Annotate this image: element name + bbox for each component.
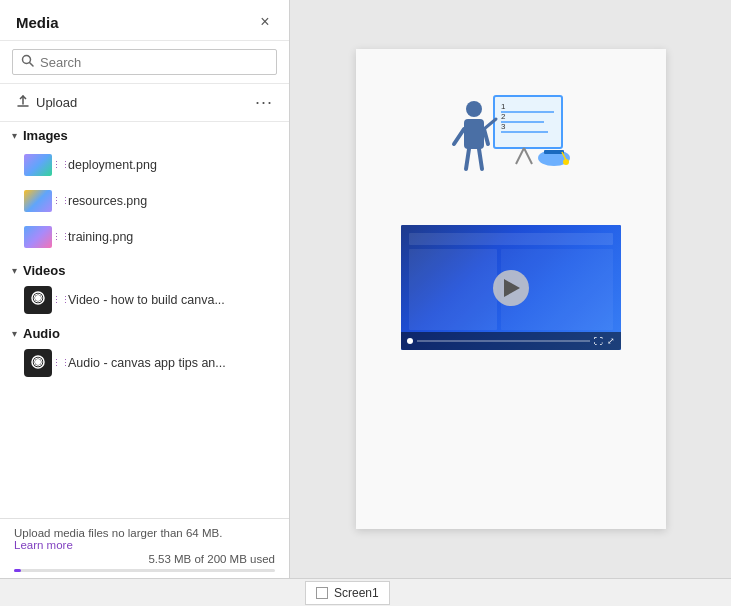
resources-thumbnail xyxy=(24,187,52,215)
screen1-tab[interactable]: Screen1 xyxy=(305,581,390,605)
audio-chevron-icon: ▾ xyxy=(12,328,17,339)
search-input[interactable] xyxy=(40,55,268,70)
upload-icon xyxy=(16,94,30,111)
training-thumbnail xyxy=(24,223,52,251)
deployment-thumbnail xyxy=(24,151,52,179)
upload-label: Upload xyxy=(36,95,77,110)
videos-section-header[interactable]: ▾ Videos xyxy=(0,257,289,282)
videos-section-title: Videos xyxy=(23,263,65,278)
drag-handle-icon: ⋮⋮ xyxy=(52,295,70,305)
sidebar: Media × xyxy=(0,0,290,578)
deployment-filename: deployment.png xyxy=(68,158,157,172)
svg-line-1 xyxy=(30,63,34,67)
storage-bar-fill xyxy=(14,569,21,572)
video-thumbnail xyxy=(24,286,52,314)
images-section-title: Images xyxy=(23,128,68,143)
svg-point-28 xyxy=(563,159,569,165)
drag-handle-icon: ⋮⋮ xyxy=(52,232,70,242)
svg-line-12 xyxy=(454,129,464,144)
svg-rect-11 xyxy=(464,119,484,149)
upload-info-text: Upload media files no larger than 64 MB. xyxy=(14,527,275,539)
list-item[interactable]: ⋮⋮ Video - how to build canva... xyxy=(0,282,289,318)
svg-line-13 xyxy=(484,129,488,144)
svg-line-15 xyxy=(479,149,482,169)
close-button[interactable]: × xyxy=(253,10,277,34)
canvas-area: 1 2 3 xyxy=(290,0,731,578)
svg-text:1: 1 xyxy=(501,102,506,111)
videos-section: ▾ Videos xyxy=(0,257,289,318)
drag-handle-icon: ⋮⋮ xyxy=(52,358,70,368)
expand-icon[interactable]: ⤢ xyxy=(607,336,615,346)
learn-more-container: Learn more xyxy=(14,539,275,551)
storage-info: 5.53 MB of 200 MB used xyxy=(14,553,275,565)
drag-handle-icon: ⋮⋮ xyxy=(52,196,70,206)
svg-line-14 xyxy=(466,149,469,169)
svg-text:2: 2 xyxy=(501,112,506,121)
svg-line-23 xyxy=(516,148,524,164)
images-section: ▾ Images ⋮⋮ deployment.png ⋮⋮ resources.… xyxy=(0,122,289,255)
audio-icon xyxy=(30,354,46,373)
canvas-illustration: 1 2 3 xyxy=(431,79,591,209)
audio-thumbnail xyxy=(24,349,52,377)
main-area: Media × xyxy=(0,0,731,578)
svg-point-5 xyxy=(35,295,41,301)
audio-section: ▾ Audio xyxy=(0,320,289,381)
upload-row: Upload ··· xyxy=(0,84,289,122)
audio-filename: Audio - canvas app tips an... xyxy=(68,356,226,370)
video-filename: Video - how to build canva... xyxy=(68,293,225,307)
progress-bar[interactable] xyxy=(417,340,590,342)
svg-point-8 xyxy=(35,359,41,365)
sidebar-title: Media xyxy=(16,14,59,31)
video-controls-bar: ⛶ ⤢ xyxy=(401,332,621,350)
more-options-button[interactable]: ··· xyxy=(251,90,277,115)
list-item[interactable]: ⋮⋮ training.png xyxy=(0,219,289,255)
list-item[interactable]: ⋮⋮ deployment.png xyxy=(0,147,289,183)
fullscreen-icon[interactable]: ⛶ xyxy=(594,336,603,346)
list-item[interactable]: ⋮⋮ Audio - canvas app tips an... xyxy=(0,345,289,381)
video-camera-icon xyxy=(30,290,46,310)
svg-line-24 xyxy=(524,148,532,164)
canvas-frame: 1 2 3 xyxy=(356,49,666,529)
drag-handle-icon: ⋮⋮ xyxy=(52,160,70,170)
videos-chevron-icon: ▾ xyxy=(12,265,17,276)
storage-bar xyxy=(14,569,275,572)
learn-more-link[interactable]: Learn more xyxy=(14,539,73,551)
images-section-header[interactable]: ▾ Images xyxy=(0,122,289,147)
playback-dot xyxy=(407,338,413,344)
play-triangle-icon xyxy=(504,279,520,297)
audio-section-header[interactable]: ▾ Audio xyxy=(0,320,289,345)
search-bar-container xyxy=(0,41,289,84)
search-icon xyxy=(21,54,34,70)
svg-rect-26 xyxy=(544,150,564,154)
svg-point-10 xyxy=(466,101,482,117)
sidebar-footer: Upload media files no larger than 64 MB.… xyxy=(0,518,289,578)
resources-filename: resources.png xyxy=(68,194,147,208)
sidebar-content: ▾ Images ⋮⋮ deployment.png ⋮⋮ resources.… xyxy=(0,122,289,518)
images-chevron-icon: ▾ xyxy=(12,130,17,141)
list-item[interactable]: ⋮⋮ resources.png xyxy=(0,183,289,219)
video-play-button[interactable] xyxy=(493,270,529,306)
training-filename: training.png xyxy=(68,230,133,244)
canvas-video-thumbnail: ⛶ ⤢ xyxy=(401,225,621,350)
search-input-wrapper xyxy=(12,49,277,75)
svg-text:3: 3 xyxy=(501,122,506,131)
sidebar-header: Media × xyxy=(0,0,289,41)
upload-button[interactable]: Upload xyxy=(16,94,77,111)
bottom-bar: Screen1 xyxy=(0,578,731,606)
audio-section-title: Audio xyxy=(23,326,60,341)
screen-tab-label: Screen1 xyxy=(334,586,379,600)
screen-checkbox[interactable] xyxy=(316,587,328,599)
